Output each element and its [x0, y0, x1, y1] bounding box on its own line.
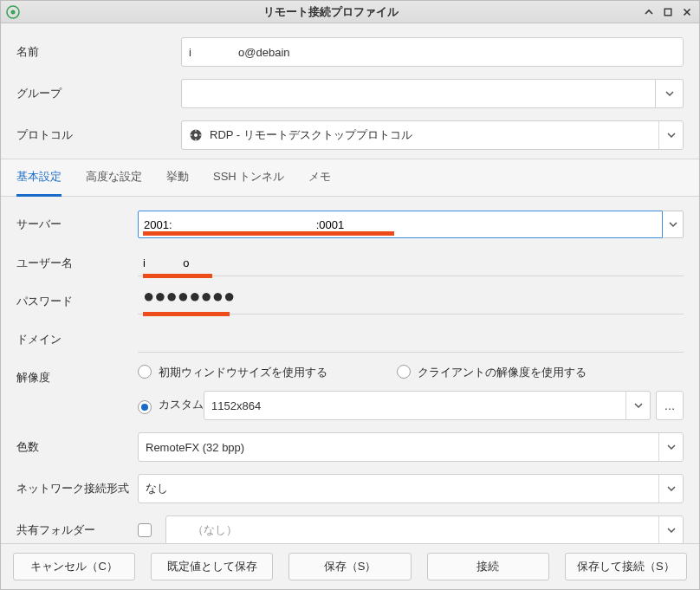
- resolution-more-button[interactable]: …: [656, 391, 684, 420]
- basic-form: サーバー ユーザー名 パスワード ●●●●●●●● ドメイン: [16, 211, 684, 543]
- connect-button[interactable]: 接続: [427, 553, 549, 580]
- save-button[interactable]: 保存（S）: [288, 553, 411, 580]
- protocol-select[interactable]: RDP - リモートデスクトッププロトコル: [181, 120, 684, 150]
- header-form: 名前 グループ プロトコル RDP - リモートデスクトッププロトコル: [1, 23, 699, 159]
- server-label: サーバー: [16, 217, 138, 232]
- resolution-group: 初期ウィンドウサイズを使用する クライアントの解像度を使用する カスタム 115…: [138, 365, 684, 420]
- protocol-label: プロトコル: [16, 127, 181, 143]
- protocol-value: RDP - リモートデスクトッププロトコル: [210, 127, 412, 143]
- window-title: リモート接続プロファイル: [25, 4, 637, 20]
- domain-label: ドメイン: [16, 332, 138, 347]
- network-type-select[interactable]: なし: [138, 474, 684, 503]
- shared-folder-checkbox[interactable]: [138, 523, 152, 537]
- domain-input[interactable]: [138, 327, 684, 353]
- password-label: パスワード: [16, 294, 138, 309]
- chevron-down-icon: [658, 433, 683, 461]
- shared-folder-label: 共有フォルダー: [16, 522, 138, 538]
- remmina-app-icon: [6, 5, 20, 19]
- chevron-down-icon: [625, 392, 650, 419]
- group-label: グループ: [16, 86, 181, 101]
- chevron-down-icon: [658, 475, 683, 502]
- redaction-bar: [143, 274, 212, 278]
- password-input[interactable]: ●●●●●●●●: [138, 289, 684, 314]
- redaction-bar: [143, 312, 230, 316]
- chevron-down-icon: [658, 121, 683, 149]
- maximize-icon[interactable]: [661, 5, 675, 19]
- save-and-connect-button[interactable]: 保存して接続（S）: [565, 553, 687, 580]
- name-label: 名前: [16, 44, 181, 60]
- name-input[interactable]: [181, 37, 684, 67]
- svg-point-4: [194, 133, 198, 137]
- chevron-down-icon: [658, 516, 683, 543]
- network-type-label: ネットワーク接続形式: [16, 481, 138, 496]
- dialog-footer: キャンセル（C） 既定値として保存 保存（S） 接続 保存して接続（S）: [1, 543, 699, 589]
- resolution-custom-select[interactable]: 1152x864: [204, 391, 651, 420]
- group-select[interactable]: [181, 79, 656, 108]
- group-dropdown-button[interactable]: [656, 79, 684, 108]
- cancel-button[interactable]: キャンセル（C）: [13, 553, 135, 580]
- collapse-icon[interactable]: [642, 5, 656, 19]
- tab-advanced[interactable]: 高度な設定: [86, 159, 142, 197]
- resolution-radio-custom[interactable]: カスタム: [138, 397, 204, 414]
- username-input[interactable]: [138, 250, 684, 276]
- tab-memo[interactable]: メモ: [308, 159, 331, 197]
- titlebar: リモート接続プロファイル: [1, 1, 699, 23]
- resolution-radio-client[interactable]: クライアントの解像度を使用する: [397, 365, 587, 380]
- svg-rect-2: [664, 9, 671, 16]
- save-as-default-button[interactable]: 既定値として保存: [151, 553, 273, 580]
- resolution-radio-initial[interactable]: 初期ウィンドウサイズを使用する: [138, 365, 327, 380]
- tab-body: サーバー ユーザー名 パスワード ●●●●●●●● ドメイン: [1, 197, 699, 543]
- svg-point-1: [11, 10, 16, 14]
- shared-folder-select[interactable]: （なし）: [165, 515, 684, 543]
- username-label: ユーザー名: [16, 256, 138, 271]
- color-depth-label: 色数: [16, 439, 138, 455]
- tab-behavior[interactable]: 挙動: [166, 159, 189, 197]
- tabbar: 基本設定 高度な設定 挙動 SSH トンネル メモ: [1, 159, 699, 197]
- resolution-label: 解像度: [16, 365, 138, 386]
- tab-basic[interactable]: 基本設定: [16, 159, 62, 197]
- server-dropdown-button[interactable]: [663, 211, 684, 238]
- dialog-window: リモート接続プロファイル 名前 グループ プロトコル RDP - リモートデスク…: [0, 0, 700, 590]
- redaction-bar: [143, 231, 394, 236]
- color-depth-select[interactable]: RemoteFX (32 bpp): [138, 432, 684, 462]
- rdp-protocol-icon: [189, 128, 203, 142]
- close-icon[interactable]: [680, 5, 694, 19]
- tab-ssh-tunnel[interactable]: SSH トンネル: [213, 159, 284, 197]
